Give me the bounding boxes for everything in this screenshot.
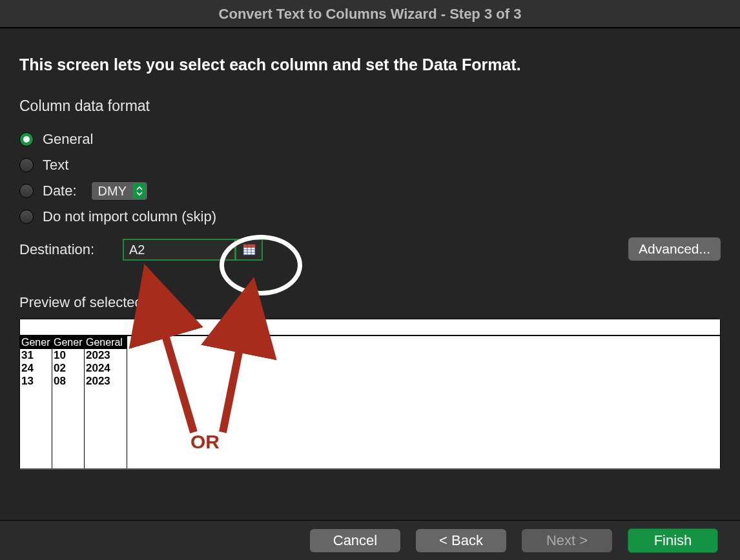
section-label: Column data format: [19, 97, 721, 115]
stepper-icon[interactable]: [133, 183, 146, 199]
destination-input[interactable]: [123, 239, 236, 261]
preview-cell: 08: [52, 375, 84, 388]
finish-button[interactable]: Finish: [628, 528, 718, 553]
window-title: Convert Text to Columns Wizard - Step 3 …: [0, 0, 740, 28]
radio-date-label: Date:: [43, 183, 77, 199]
radio-skip[interactable]: [19, 210, 34, 224]
preview-cell: 2023: [85, 375, 127, 388]
radio-text[interactable]: [19, 158, 34, 172]
preview-header-bar: [20, 319, 720, 336]
radio-skip-label: Do not import column (skip): [43, 208, 216, 225]
preview-cell: 10: [52, 349, 84, 362]
cancel-button[interactable]: Cancel: [310, 529, 400, 552]
advanced-button[interactable]: Advanced...: [628, 237, 721, 261]
next-button: Next >: [522, 529, 612, 552]
preview-column[interactable]: Gener312413: [20, 336, 52, 468]
preview-cell: 2024: [85, 362, 127, 375]
destination-row: Destination: Advanced...: [19, 239, 721, 261]
dialog-body: This screen lets you select each column …: [0, 28, 740, 470]
radio-date[interactable]: [19, 184, 34, 198]
preview-label: Preview of selected data:: [19, 294, 721, 311]
column-data-format-group: General Text Date: DMY Do not import col…: [19, 126, 721, 230]
preview-cell: 2023: [85, 349, 127, 362]
data-preview[interactable]: Gener312413Gener100208General20232024202…: [19, 319, 721, 470]
date-format-value: DMY: [98, 184, 127, 199]
radio-general-label: General: [43, 131, 93, 148]
radio-skip-row[interactable]: Do not import column (skip): [19, 204, 721, 230]
preview-column[interactable]: Gener100208: [52, 336, 85, 468]
destination-label: Destination:: [19, 241, 123, 258]
range-picker-button[interactable]: [236, 239, 263, 261]
radio-text-row[interactable]: Text: [19, 152, 721, 178]
svg-rect-1: [243, 245, 255, 248]
spreadsheet-picker-icon: [243, 244, 256, 255]
radio-general-row[interactable]: General: [19, 126, 721, 152]
dialog-footer: Cancel < Back Next > Finish: [0, 520, 740, 560]
preview-column-header: General: [85, 336, 127, 349]
preview-cell: 13: [20, 375, 52, 388]
preview-column-header: Gener: [52, 336, 84, 349]
radio-text-label: Text: [43, 157, 68, 174]
preview-cell: 02: [52, 362, 84, 375]
preview-column[interactable]: General202320242023: [85, 336, 127, 468]
date-format-select[interactable]: DMY: [91, 181, 148, 201]
instruction-text: This screen lets you select each column …: [19, 55, 721, 74]
radio-date-row[interactable]: Date: DMY: [19, 178, 721, 204]
preview-columns: Gener312413Gener100208General20232024202…: [20, 336, 127, 468]
destination-input-wrap: [123, 239, 263, 261]
back-button[interactable]: < Back: [416, 529, 506, 552]
radio-general[interactable]: [19, 132, 34, 146]
preview-column-header: Gener: [20, 336, 52, 349]
preview-cell: 31: [20, 349, 52, 362]
preview-cell: 24: [20, 362, 52, 375]
